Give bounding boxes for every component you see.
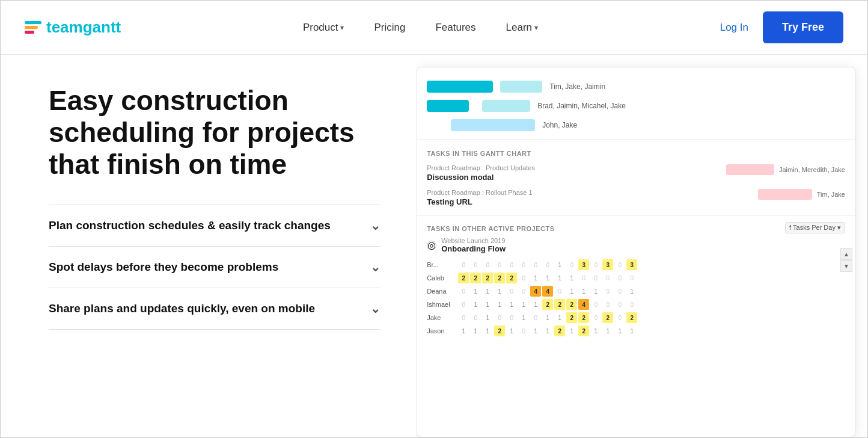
workload-cell-5-13: 1 — [614, 325, 625, 336]
workload-cell-4-2: 1 — [482, 312, 493, 323]
nav-learn[interactable]: Learn ▾ — [506, 22, 538, 34]
project-detail: Website Launch 2019 Onboarding Flow — [441, 237, 506, 253]
task-assignees-1: Tim, Jake — [817, 191, 845, 198]
workload-name-3: Ishmael — [427, 301, 457, 308]
workload-cell-0-10: 3 — [578, 259, 589, 270]
workload-cell-5-12: 1 — [602, 325, 613, 336]
task-bar-pink-0 — [726, 164, 774, 175]
gantt-divider-2 — [417, 215, 855, 215]
workload-row-1: Caleb222220111100000 — [427, 271, 845, 285]
left-panel: Easy construction scheduling for project… — [1, 55, 417, 437]
accordion-header-2: Share plans and updates quickly, even on… — [49, 301, 381, 316]
accordion-chevron-2-icon: ⌄ — [370, 301, 381, 316]
nav-features[interactable]: Features — [435, 22, 475, 34]
main-nav: Product ▾ Pricing Features Learn ▾ — [303, 22, 538, 34]
workload-cell-4-4: 0 — [506, 312, 517, 323]
workload-cell-0-4: 0 — [506, 259, 517, 270]
workload-cell-2-1: 1 — [470, 286, 481, 297]
bar-label-1: Brad, Jaimin, Micahel, Jake — [537, 102, 626, 110]
nav-pricing[interactable]: Pricing — [374, 22, 405, 34]
workload-cell-4-10: 2 — [578, 312, 589, 323]
scroll-up-button[interactable]: ▲ — [840, 248, 852, 260]
workload-cell-1-11: 0 — [590, 273, 601, 283]
logo[interactable]: teamgantt — [25, 18, 121, 37]
workload-cell-4-1: 0 — [470, 312, 481, 323]
login-button[interactable]: Log In — [720, 22, 748, 34]
gantt-bar-row-1: Brad, Jaimin, Micahel, Jake — [417, 96, 855, 116]
workload-cell-3-12: 0 — [602, 299, 613, 310]
workload-cell-3-0: 0 — [458, 299, 469, 310]
workload-cell-2-9: 1 — [566, 286, 577, 297]
workload-cell-0-13: 0 — [614, 259, 625, 270]
workload-name-2: Deana — [427, 288, 457, 295]
workload-cell-5-6: 1 — [530, 325, 541, 336]
workload-row-3: Ishmael011111122240000 — [427, 298, 845, 311]
gantt-bar-0 — [427, 81, 493, 93]
gantt-bar-row-0: Tim, Jake, Jaimin — [417, 77, 855, 96]
workload-cell-1-9: 1 — [566, 273, 577, 283]
header: teamgantt Product ▾ Pricing Features Lea… — [1, 1, 867, 55]
logo-bar-3 — [25, 31, 34, 34]
workload-cell-3-13: 0 — [614, 299, 625, 310]
header-actions: Log In Try Free — [720, 11, 843, 43]
workload-cell-2-0: 0 — [458, 286, 469, 297]
try-free-button[interactable]: Try Free — [763, 11, 843, 43]
gantt-bar-1 — [427, 100, 469, 112]
bar-label-0: Tim, Jake, Jaimin — [549, 82, 605, 91]
workload-cell-2-4: 0 — [506, 286, 517, 297]
hero-title: Easy construction scheduling for project… — [49, 85, 381, 180]
accordion-header-1: Spot delays before they become problems … — [49, 260, 381, 274]
other-projects-header: TASKS IN OTHER ACTIVE PROJECTS — [427, 220, 554, 235]
gantt-bar-row-2: John, Jake — [417, 116, 855, 135]
workload-cell-5-5: 0 — [518, 325, 529, 336]
workload-cell-1-13: 0 — [614, 273, 625, 283]
accordion-chevron-0-icon: ⌄ — [370, 218, 381, 233]
main-content: Easy construction scheduling for project… — [1, 55, 867, 437]
gantt-bar-1b — [482, 100, 530, 112]
workload-cell-5-4: 1 — [506, 325, 517, 336]
scroll-down-button[interactable]: ▼ — [840, 260, 852, 272]
workload-cell-1-3: 2 — [494, 273, 505, 283]
workload-cell-1-6: 1 — [530, 273, 541, 283]
accordion-item-1[interactable]: Spot delays before they become problems … — [49, 246, 381, 288]
workload-cell-3-8: 2 — [554, 299, 565, 310]
gantt-top: Tim, Jake, Jaimin Brad, Jaimin, Micahel,… — [417, 67, 855, 135]
project-circle-icon: ◎ — [427, 241, 436, 250]
nav-product-label: Product — [303, 22, 338, 34]
task-info-1: Product Roadmap : Rollout Phase 1 Testin… — [427, 189, 533, 206]
workload-cell-5-11: 1 — [590, 325, 601, 336]
workload-cell-4-3: 0 — [494, 312, 505, 323]
workload-cell-0-7: 0 — [542, 259, 553, 270]
workload-cell-3-2: 1 — [482, 299, 493, 310]
nav-product[interactable]: Product ▾ — [303, 22, 344, 34]
workload-cell-5-3: 2 — [494, 325, 505, 336]
workload-row-5: Jason111210112121111 — [427, 324, 845, 338]
accordion-item-2[interactable]: Share plans and updates quickly, even on… — [49, 288, 381, 330]
workload-cell-4-12: 2 — [602, 312, 613, 323]
workload-cell-5-7: 1 — [542, 325, 553, 336]
workload-cell-0-5: 0 — [518, 259, 529, 270]
workload-cell-5-9: 1 — [566, 325, 577, 336]
workload-grid: Br...000000001030303Caleb222220111100000… — [417, 256, 855, 340]
other-projects-section: TASKS IN OTHER ACTIVE PROJECTS f Tasks P… — [417, 220, 855, 256]
workload-cell-5-8: 2 — [554, 325, 565, 336]
accordion: Plan construction schedules & easily tra… — [49, 205, 381, 330]
workload-cell-4-0: 0 — [458, 312, 469, 323]
workload-row-0: Br...000000001030303 — [427, 258, 845, 271]
nav-learn-label: Learn — [506, 22, 532, 34]
project-title: Website Launch 2019 — [441, 237, 506, 244]
workload-cell-2-12: 0 — [602, 286, 613, 297]
gantt-preview: Tim, Jake, Jaimin Brad, Jaimin, Micahel,… — [417, 67, 855, 437]
workload-cell-2-5: 0 — [518, 286, 529, 297]
workload-cell-1-1: 2 — [470, 273, 481, 283]
accordion-chevron-1-icon: ⌄ — [370, 260, 381, 274]
workload-cell-4-14: 2 — [626, 312, 637, 323]
tasks-per-day-dropdown[interactable]: f Tasks Per Day ▾ — [785, 222, 845, 233]
accordion-item-0[interactable]: Plan construction schedules & easily tra… — [49, 205, 381, 246]
workload-cell-1-2: 2 — [482, 273, 493, 283]
workload-cell-2-13: 0 — [614, 286, 625, 297]
task-bar-area-1: Tim, Jake — [758, 189, 845, 200]
task-name-1: Testing URL — [427, 197, 533, 206]
product-chevron-icon: ▾ — [340, 23, 344, 32]
workload-cell-0-2: 0 — [482, 259, 493, 270]
